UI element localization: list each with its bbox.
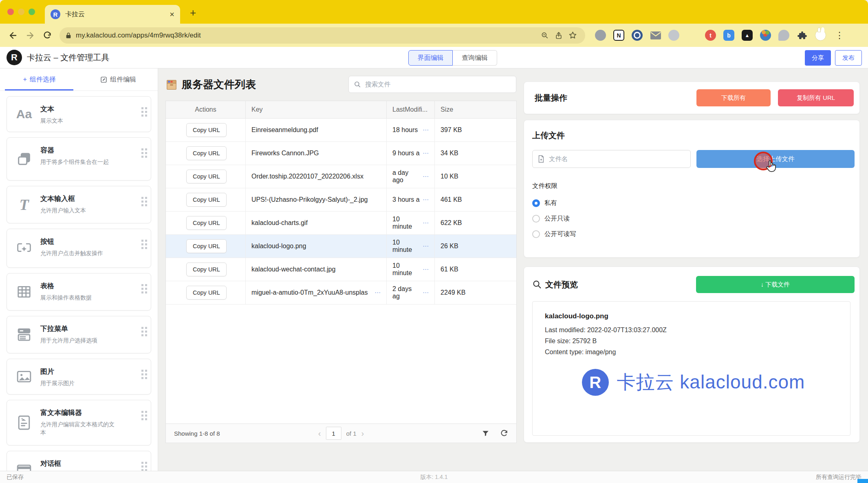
drag-handle-icon[interactable]	[141, 148, 143, 150]
sidebar-tab-component-edit[interactable]: 组件编辑	[79, 68, 158, 90]
share-icon[interactable]	[552, 29, 566, 42]
component-card-richtext[interactable]: 富文本编辑器 允许用户编辑富文本格式的文本	[7, 400, 151, 446]
tab-close-icon[interactable]: ×	[170, 10, 174, 19]
bookmark-star-icon[interactable]	[566, 29, 579, 42]
onepassword-icon[interactable]	[632, 30, 643, 41]
window-close-button[interactable]	[7, 9, 14, 15]
table-row[interactable]: Copy URL Fireworks Cannon.JPG 9 hours a⋯…	[166, 142, 516, 165]
ellipsis-icon[interactable]: ⋯	[375, 289, 381, 296]
prev-page-icon[interactable]: ‹	[318, 429, 321, 438]
swirl-icon[interactable]	[668, 30, 679, 41]
drag-handle-icon[interactable]	[141, 197, 143, 199]
window-minimize-button[interactable]	[18, 9, 24, 15]
copy-url-button[interactable]: Copy URL	[186, 123, 227, 137]
table-row[interactable]: Copy URL kalacloud-wechat-contact.jpg 10…	[166, 258, 516, 281]
forward-button[interactable]	[23, 28, 37, 43]
notion-icon[interactable]: N	[613, 30, 624, 41]
publish-button[interactable]: 发布	[835, 50, 862, 66]
table-row-selected[interactable]: Copy URL kalacloud-logo.png 10 minute⋯ 2…	[166, 235, 516, 258]
ellipsis-icon[interactable]: ⋯	[423, 173, 429, 180]
ellipsis-icon[interactable]: ⋯	[423, 196, 429, 203]
copy-all-urls-button[interactable]: 复制所有 URL	[778, 89, 854, 106]
permission-option-public-read[interactable]: 公开只读	[532, 214, 855, 223]
reload-button[interactable]	[40, 28, 55, 43]
radio-selected-icon[interactable]	[532, 199, 540, 207]
column-header-key[interactable]: Key	[246, 101, 387, 118]
table-row[interactable]: Copy URL miguel-a-amutio-0Tm_2xYuuA8-uns…	[166, 281, 516, 304]
ellipsis-icon[interactable]: ⋯	[423, 243, 429, 250]
mail-icon[interactable]	[650, 30, 661, 41]
table-row[interactable]: Copy URL kalacloud-charts.gif 10 minute⋯…	[166, 212, 516, 235]
ellipsis-icon[interactable]: ⋯	[423, 150, 429, 157]
tab-ui-edit[interactable]: 界面编辑	[408, 50, 453, 66]
permission-option-public-readwrite[interactable]: 公开可读写	[532, 230, 855, 238]
drag-handle-icon[interactable]	[141, 284, 143, 286]
column-header-lastmodified[interactable]: LastModifi...	[387, 101, 435, 118]
drag-handle-icon[interactable]	[141, 370, 143, 372]
browser-tab[interactable]: R 卡拉云 ×	[45, 5, 180, 24]
copy-url-button[interactable]: Copy URL	[186, 146, 227, 160]
copy-url-button[interactable]: Copy URL	[186, 216, 227, 230]
ellipsis-icon[interactable]: ⋯	[423, 289, 429, 296]
ellipsis-icon[interactable]: ⋯	[423, 126, 429, 134]
filename-input[interactable]	[548, 155, 685, 163]
table-row[interactable]: Copy URL Order.toship.20220107_20220206.…	[166, 165, 516, 188]
window-zoom-button[interactable]	[29, 9, 35, 15]
new-tab-button[interactable]: +	[190, 7, 196, 18]
back-button[interactable]	[6, 28, 20, 43]
pomodoro-icon[interactable]	[595, 30, 606, 41]
browser-menu-icon[interactable]: ⋮	[835, 30, 845, 41]
file-search[interactable]	[348, 76, 516, 93]
blue-app-icon[interactable]: b	[723, 30, 734, 41]
search-input[interactable]	[364, 80, 511, 88]
refresh-icon[interactable]	[500, 429, 508, 437]
radio-icon[interactable]	[532, 230, 540, 238]
copy-url-button[interactable]: Copy URL	[186, 262, 227, 276]
drag-handle-icon[interactable]	[141, 240, 143, 242]
drag-handle-icon[interactable]	[141, 411, 143, 413]
copy-url-button[interactable]: Copy URL	[186, 286, 227, 300]
address-bar[interactable]: my.kalacloud.com/apps/4m9rwq38rk/edit	[59, 27, 585, 44]
table-row[interactable]: Copy URL UPS!-(Uzhasno-Prikolgyy-Salyut)…	[166, 188, 516, 212]
component-card-dialog[interactable]: 对话框 弹出对话框允许用户进行交互	[7, 451, 151, 471]
share-button[interactable]: 分享	[805, 50, 831, 66]
drag-handle-icon[interactable]	[141, 327, 143, 329]
copy-url-button[interactable]: Copy URL	[186, 193, 227, 207]
download-all-button[interactable]: 下载所有	[696, 89, 771, 106]
component-card-button[interactable]: 按钮 允许用户点击并触发操作	[7, 229, 151, 268]
ellipsis-icon[interactable]: ⋯	[423, 219, 429, 227]
drag-handle-icon[interactable]	[141, 462, 143, 464]
arrow-app-icon[interactable]: ▲	[742, 30, 753, 41]
zoom-out-icon[interactable]	[538, 29, 552, 42]
page-number-input[interactable]	[326, 427, 341, 440]
drag-handle-icon[interactable]	[141, 107, 143, 109]
ellipsis-icon[interactable]: ⋯	[423, 266, 429, 273]
component-card-container[interactable]: 容器 用于将多个组件集合在一起	[7, 137, 151, 181]
column-header-actions[interactable]: Actions	[166, 101, 246, 118]
filter-icon[interactable]	[482, 430, 489, 437]
cell-key: Fireworks Cannon.JPG	[246, 142, 387, 165]
component-card-image[interactable]: 图片 用于展示图片	[7, 359, 151, 395]
chat-icon[interactable]	[778, 30, 789, 41]
copy-url-button[interactable]: Copy URL	[186, 170, 227, 183]
toggl-icon[interactable]: t	[705, 30, 716, 41]
radio-icon[interactable]	[532, 215, 540, 223]
table-row[interactable]: Copy URL Einreiseanmeldung.pdf 18 hours⋯…	[166, 119, 516, 142]
fruit-bowl-icon[interactable]	[760, 30, 771, 41]
puzzle-icon[interactable]	[797, 30, 808, 41]
next-page-icon[interactable]: ›	[361, 429, 364, 438]
component-card-text[interactable]: Aa 文本 展示文本	[7, 96, 151, 132]
rabbit-avatar-icon[interactable]	[815, 30, 826, 41]
component-card-table[interactable]: 表格 展示和操作表格数据	[7, 273, 151, 311]
filename-field[interactable]	[532, 150, 691, 168]
permission-option-private[interactable]: 私有	[532, 199, 855, 207]
grid-icon[interactable]	[687, 30, 698, 41]
download-file-button[interactable]: ↓ 下载文件	[696, 276, 855, 293]
url-text[interactable]: my.kalacloud.com/apps/4m9rwq38rk/edit	[76, 31, 538, 40]
copy-url-button[interactable]: Copy URL	[186, 239, 227, 253]
tab-query-edit[interactable]: 查询编辑	[453, 50, 497, 66]
sidebar-tab-component-select[interactable]: + 组件选择	[0, 68, 79, 90]
component-card-dropdown[interactable]: 下拉菜单 用于允许用户选择选项	[7, 316, 151, 353]
component-card-text-input[interactable]: T 文本输入框 允许用户输入文本	[7, 186, 151, 223]
column-header-size[interactable]: Size	[435, 101, 516, 118]
